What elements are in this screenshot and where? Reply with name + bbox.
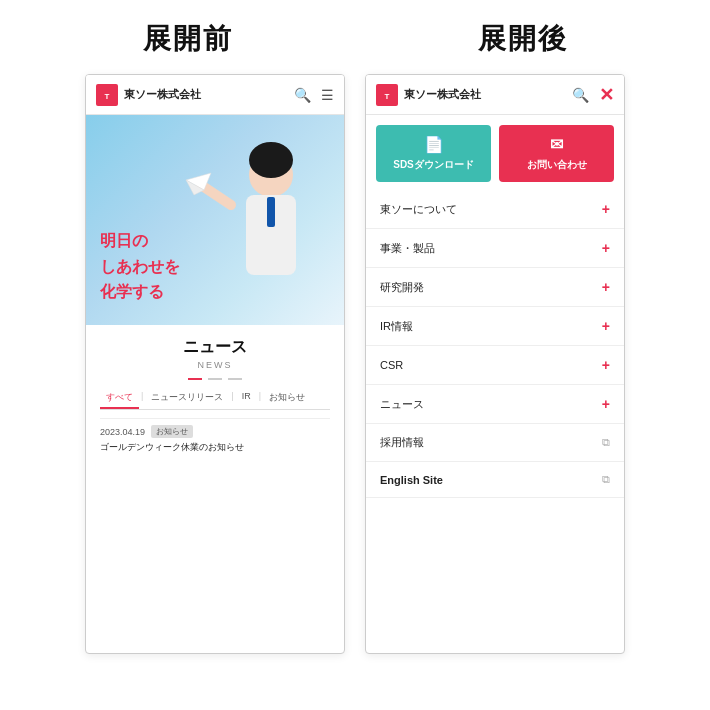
news-item: 2023.04.19 お知らせ ゴールデンウィーク休業のお知らせ [100,418,330,460]
news-item-meta: 2023.04.19 お知らせ [100,425,330,438]
tab-news-release[interactable]: ニュースリリース [145,388,229,409]
header-icons-before: 🔍 ☰ [294,87,334,103]
menu-action-buttons: 📄 SDSダウンロード ✉ お問い合わせ [366,115,624,190]
search-icon-after[interactable]: 🔍 [572,87,589,103]
header-before: T 東ソー株式会社 🔍 ☰ [86,75,344,115]
external-link-icon-6: ⧉ [602,436,610,449]
svg-point-3 [249,142,293,178]
after-label: 展開後 [478,20,568,58]
tosoh-logo-icon: T [96,84,118,106]
menu-item-5[interactable]: ニュース + [366,385,624,424]
menu-item-1[interactable]: 事業・製品 + [366,229,624,268]
logo-text-before: 東ソー株式会社 [124,87,201,102]
news-item-title: ゴールデンウィーク休業のお知らせ [100,441,330,454]
logo-text-after: 東ソー株式会社 [404,87,481,102]
menu-item-4[interactable]: CSR + [366,346,624,385]
contact-label: お問い合わせ [527,158,587,172]
menu-list: 東ソーについて + 事業・製品 + 研究開発 + IR情報 + CSR + ニュ… [366,190,624,653]
close-icon[interactable]: ✕ [599,84,614,106]
news-section: ニュース NEWS すべて | ニュースリリース | IR | お知らせ 202… [86,325,344,653]
news-date: 2023.04.19 [100,427,145,437]
menu-item-6[interactable]: 採用情報 ⧉ [366,424,624,462]
menu-item-7[interactable]: English Site ⧉ [366,462,624,498]
phone-after: T 東ソー株式会社 🔍 ✕ 📄 SDSダウンロード ✉ お問い合わせ 東 [365,74,625,654]
sds-download-button[interactable]: 📄 SDSダウンロード [376,125,491,182]
menu-item-label-0: 東ソーについて [380,202,457,217]
menu-item-label-6: 採用情報 [380,435,424,450]
plus-icon-1: + [602,240,610,256]
dot-gray-2 [228,378,242,380]
svg-text:T: T [385,92,390,101]
svg-line-6 [201,185,231,205]
tab-all[interactable]: すべて [100,388,139,409]
tab-ir[interactable]: IR [236,388,257,409]
logo-area-after: T 東ソー株式会社 [376,84,572,106]
news-divider-dots [100,378,330,380]
tosoh-logo-icon-after: T [376,84,398,106]
svg-rect-5 [267,197,275,227]
plus-icon-4: + [602,357,610,373]
plus-icon-2: + [602,279,610,295]
search-icon-before[interactable]: 🔍 [294,87,311,103]
hero-tagline: 明日の しあわせを 化学する [100,228,180,305]
menu-item-3[interactable]: IR情報 + [366,307,624,346]
menu-item-label-3: IR情報 [380,319,413,334]
plus-icon-0: + [602,201,610,217]
news-title-jp: ニュース [100,337,330,358]
contact-button[interactable]: ✉ お問い合わせ [499,125,614,182]
menu-item-0[interactable]: 東ソーについて + [366,190,624,229]
menu-item-label-1: 事業・製品 [380,241,435,256]
hamburger-icon[interactable]: ☰ [321,87,334,103]
sds-label: SDSダウンロード [393,158,474,172]
menu-item-label-2: 研究開発 [380,280,424,295]
external-link-icon-7: ⧉ [602,473,610,486]
menu-item-2[interactable]: 研究開発 + [366,268,624,307]
plus-icon-3: + [602,318,610,334]
news-badge: お知らせ [151,425,193,438]
contact-icon: ✉ [550,135,563,154]
hero-image: 明日の しあわせを 化学する [86,115,344,325]
sds-icon: 📄 [424,135,444,154]
header-icons-after: 🔍 ✕ [572,84,614,106]
news-tabs: すべて | ニュースリリース | IR | お知らせ [100,388,330,410]
logo-area-before: T 東ソー株式会社 [96,84,294,106]
tab-notice[interactable]: お知らせ [263,388,311,409]
dot-gray-1 [208,378,222,380]
menu-item-label-5: ニュース [380,397,424,412]
before-label: 展開前 [143,20,233,58]
menu-item-label-7: English Site [380,474,443,486]
menu-item-label-4: CSR [380,359,403,371]
plus-icon-5: + [602,396,610,412]
svg-text:T: T [105,92,110,101]
phone-before: T 東ソー株式会社 🔍 ☰ [85,74,345,654]
header-after: T 東ソー株式会社 🔍 ✕ [366,75,624,115]
news-title-en: NEWS [100,360,330,370]
dot-red [188,378,202,380]
